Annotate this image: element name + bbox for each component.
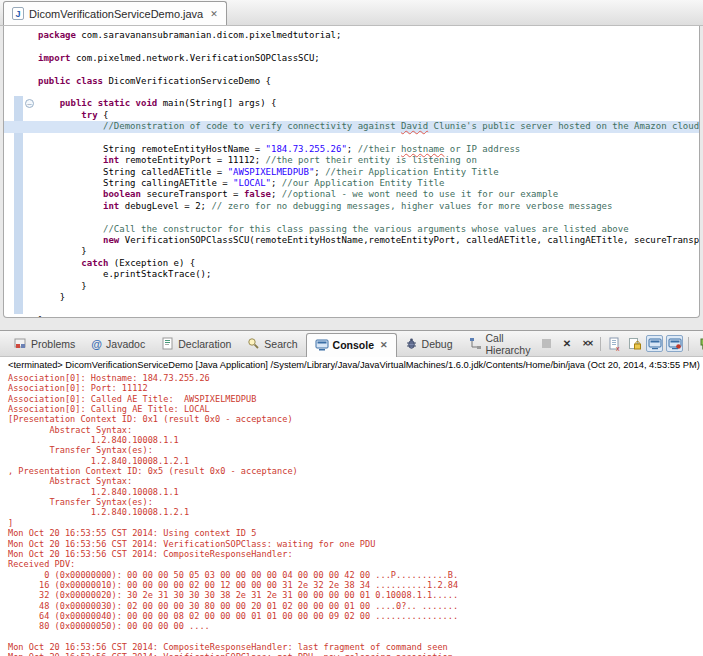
code-line[interactable]: boolean secureTransport = false; //optio… xyxy=(38,189,699,200)
svg-text:x: x xyxy=(616,344,620,351)
code-line[interactable] xyxy=(38,64,699,75)
code-line[interactable]: } xyxy=(38,281,699,292)
code-token: com.saravanansubramanian.dicom.pixelmedt… xyxy=(76,30,342,40)
code-token xyxy=(38,98,60,108)
code-line[interactable]: String callingAETitle = "LOCAL"; //our A… xyxy=(38,178,699,189)
tab-call-hierarchy[interactable]: Call Hierarchy xyxy=(461,331,539,356)
remove-all-launches-button[interactable]: ✕✕ xyxy=(578,335,595,352)
code-token: import xyxy=(38,53,71,63)
javadoc-icon: @ xyxy=(91,338,102,350)
code-line[interactable]: } xyxy=(38,315,699,318)
debug-icon xyxy=(405,337,418,350)
view-tab-label: Call Hierarchy xyxy=(486,332,531,356)
code-line[interactable]: import com.pixelmed.network.Verification… xyxy=(38,53,699,64)
show-stderr-button[interactable] xyxy=(666,335,683,352)
tab-search[interactable]: Search xyxy=(239,331,305,356)
code-line[interactable]: catch (Exception e) { xyxy=(38,258,699,269)
code-line[interactable]: public static void main(String[] args) { xyxy=(38,98,699,109)
problems-icon xyxy=(14,337,27,350)
clear-console-button[interactable]: x xyxy=(606,335,623,352)
code-line-highlighted[interactable]: //Demonstration of code to verify connec… xyxy=(4,121,699,132)
code-token: String remoteEntityHostName = xyxy=(38,144,266,154)
code-token: "184.73.255.26" xyxy=(266,144,347,154)
code-line[interactable] xyxy=(38,41,699,52)
view-tab-label: Search xyxy=(264,338,297,350)
code-token: "LOCAL" xyxy=(233,178,271,188)
editor-tab-title: DicomVerificationServiceDemo.java xyxy=(29,8,203,20)
code-token: } xyxy=(38,246,87,256)
view-tab-label: Declaration xyxy=(178,338,231,350)
code-token: void xyxy=(136,98,158,108)
editor-area: J DicomVerificationServiceDemo.java ✕ – … xyxy=(0,0,703,322)
editor-tab[interactable]: J DicomVerificationServiceDemo.java ✕ xyxy=(3,1,227,25)
code-token: class xyxy=(76,76,103,86)
code-line[interactable] xyxy=(38,212,699,223)
code-token: int xyxy=(103,155,119,165)
code-token: ; xyxy=(271,178,282,188)
scroll-lock-button[interactable] xyxy=(626,335,643,352)
code-line[interactable]: e.printStackTrace(); xyxy=(38,269,699,280)
code-token xyxy=(38,201,103,211)
code-token: //our Application Entity Title xyxy=(282,178,445,188)
code-token: remoteEntityPort = 11112; xyxy=(119,155,265,165)
tab-problems[interactable]: Problems xyxy=(6,331,83,356)
code-line[interactable]: package com.saravanansubramanian.dicom.p… xyxy=(38,30,699,41)
code-token xyxy=(38,235,103,245)
code-token: main(String[] args) { xyxy=(157,98,276,108)
code-token: //the port their entity is listening on xyxy=(266,155,477,165)
code-token: false xyxy=(244,189,271,199)
pin-console-button[interactable] xyxy=(694,335,703,352)
code-token: ; xyxy=(347,144,358,154)
code-line[interactable]: } xyxy=(38,292,699,303)
declaration-icon xyxy=(161,337,174,350)
code-token: secureTransport = xyxy=(141,189,244,199)
tab-console[interactable]: Console✕ xyxy=(306,333,397,357)
code-line[interactable]: int remoteEntityPort = 11112; //the port… xyxy=(38,155,699,166)
code-token: //their xyxy=(358,144,401,154)
code-token: String calledAETitle = xyxy=(38,167,228,177)
tab-debug[interactable]: Debug xyxy=(397,331,461,356)
code-token xyxy=(38,224,103,234)
close-icon[interactable]: ✕ xyxy=(210,9,218,19)
code-token: or IP address xyxy=(444,144,520,154)
call-hierarchy-icon xyxy=(469,337,482,350)
code-line[interactable]: String remoteEntityHostName = "184.73.25… xyxy=(38,144,699,155)
code-line[interactable]: try { xyxy=(38,110,699,121)
tab-javadoc[interactable]: @Javadoc xyxy=(83,331,153,356)
code-line[interactable]: String calledAETitle = "AWSPIXELMEDPUB";… xyxy=(38,167,699,178)
close-icon[interactable]: ✕ xyxy=(380,340,388,350)
code-line[interactable]: int debugLevel = 2; // zero for no debug… xyxy=(38,201,699,212)
collapse-icon[interactable]: – xyxy=(25,99,34,108)
code-line[interactable]: } xyxy=(38,246,699,257)
code-line[interactable]: public class DicomVerificationServiceDem… xyxy=(38,76,699,87)
remove-launch-button[interactable]: ✕ xyxy=(558,335,575,352)
console-output[interactable]: Association[0]: Hostname: 184.73.255.26 … xyxy=(0,372,703,656)
spell-error-word: David xyxy=(401,121,428,131)
code-token: // zero for no debugging messages, highe… xyxy=(211,201,612,211)
code-token xyxy=(38,189,103,199)
code-token xyxy=(38,110,81,120)
toolbar-separator xyxy=(600,337,601,351)
tab-declaration[interactable]: Declaration xyxy=(153,331,239,356)
code-token: static xyxy=(98,98,131,108)
code-line[interactable]: new VerificationSOPClassSCU(remoteEntity… xyxy=(38,235,699,246)
code-token: //Demonstration of code to verify connec… xyxy=(103,121,401,131)
code-token: com.pixelmed.network.VerificationSOPClas… xyxy=(71,53,320,63)
code-token: catch xyxy=(81,258,108,268)
code-area[interactable]: package com.saravanansubramanian.dicom.p… xyxy=(38,30,699,318)
code-token: package xyxy=(38,30,76,40)
toolbar-separator xyxy=(688,337,689,351)
code-token: new xyxy=(103,235,119,245)
show-stdout-button[interactable] xyxy=(646,335,663,352)
code-token: e.printStackTrace(); xyxy=(38,269,211,279)
code-token: "AWSPIXELMEDPUB" xyxy=(228,167,315,177)
eclipse-window: J DicomVerificationServiceDemo.java ✕ – … xyxy=(0,0,703,656)
code-line[interactable] xyxy=(38,303,699,314)
code-line[interactable] xyxy=(38,133,699,144)
code-line[interactable] xyxy=(38,87,699,98)
code-token: //optional - we wont need to use it for … xyxy=(282,189,558,199)
code-line[interactable]: //Call the constructor for this class pa… xyxy=(38,224,699,235)
view-tab-label: Problems xyxy=(31,338,75,350)
code-token: { xyxy=(98,110,109,120)
code-token: try xyxy=(81,110,97,120)
